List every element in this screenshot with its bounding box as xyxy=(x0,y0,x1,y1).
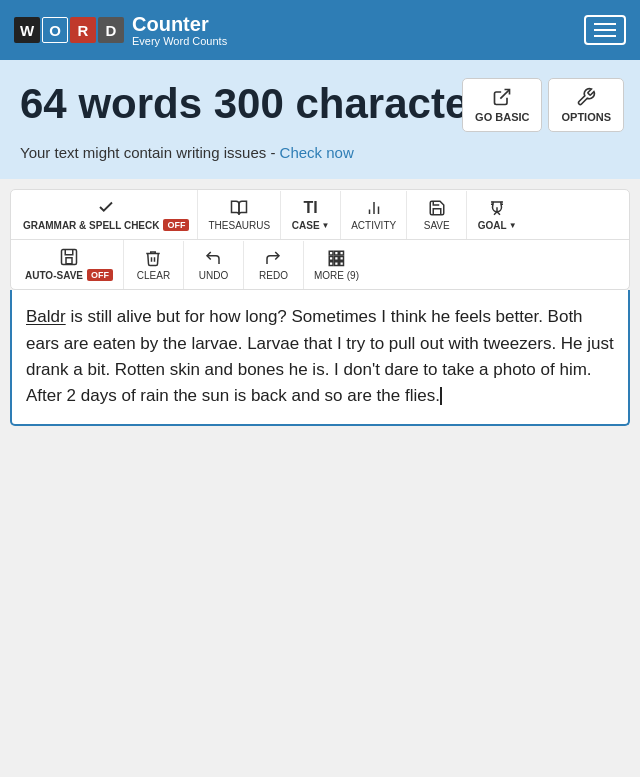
action-buttons: GO BASIC OPTIONS xyxy=(462,78,624,132)
floppy-icon xyxy=(60,248,78,266)
editor-content[interactable]: Baldr is still alive but for how long? S… xyxy=(26,304,614,409)
autosave-label: AUTO-SAVE OFF xyxy=(25,269,113,281)
undo-button[interactable]: UNDO xyxy=(184,241,244,289)
svg-rect-9 xyxy=(330,251,334,255)
svg-rect-15 xyxy=(330,262,334,266)
first-word: Baldr xyxy=(26,307,66,326)
svg-rect-8 xyxy=(66,258,72,264)
svg-line-0 xyxy=(501,90,510,99)
clear-button[interactable]: CLEAR xyxy=(124,241,184,289)
grammar-spell-button[interactable]: GRAMMAR & SPELL CHECK OFF xyxy=(15,190,198,239)
save-button[interactable]: SAVE xyxy=(407,191,467,239)
case-button[interactable]: TI CASE ▼ xyxy=(281,191,341,239)
toolbar-row-2: AUTO-SAVE OFF CLEAR UNDO xyxy=(11,240,629,289)
logo-tile-r: R xyxy=(70,17,96,43)
grammar-label: GRAMMAR & SPELL CHECK OFF xyxy=(23,219,189,231)
menu-button[interactable] xyxy=(584,15,626,45)
book-icon xyxy=(230,199,248,217)
autosave-off-badge: OFF xyxy=(87,269,113,281)
editor-text-body: is still alive but for how long? Sometim… xyxy=(26,307,614,405)
bar-chart-icon xyxy=(365,199,383,217)
trophy-icon xyxy=(488,199,506,217)
thesaurus-label: THESAURUS xyxy=(208,220,270,231)
save-icon xyxy=(428,199,446,217)
more-label: MORE (9) xyxy=(314,270,359,281)
grid-icon xyxy=(327,249,345,267)
activity-label: ACTIVITY xyxy=(351,220,396,231)
logo-tile-w: W xyxy=(14,17,40,43)
hamburger-line-2 xyxy=(594,29,616,31)
goal-button[interactable]: GOAL ▼ xyxy=(467,191,527,239)
goal-arrow-icon: ▼ xyxy=(509,221,517,230)
svg-rect-12 xyxy=(330,256,334,260)
svg-rect-14 xyxy=(340,256,344,260)
undo-icon xyxy=(204,249,222,267)
save-label: SAVE xyxy=(424,220,450,231)
redo-icon xyxy=(264,249,282,267)
more-button[interactable]: MORE (9) xyxy=(304,241,369,289)
toolbar-area: GRAMMAR & SPELL CHECK OFF THESAURUS TI C… xyxy=(10,189,630,290)
external-link-icon xyxy=(492,87,512,107)
check-now-link[interactable]: Check now xyxy=(280,144,354,161)
app-name: Counter xyxy=(132,13,227,35)
writing-issues-text: Your text might contain writing issues -… xyxy=(20,144,620,161)
app-header: W O R D Counter Every Word Counts xyxy=(0,0,640,60)
text-editor-wrapper: Baldr is still alive but for how long? S… xyxy=(10,290,630,425)
options-label: OPTIONS xyxy=(561,111,611,123)
activity-button[interactable]: ACTIVITY xyxy=(341,191,407,239)
trash-icon xyxy=(144,249,162,267)
logo-tile-d: D xyxy=(98,17,124,43)
grammar-off-badge: OFF xyxy=(163,219,189,231)
app-tagline: Every Word Counts xyxy=(132,35,227,47)
issues-static-text: Your text might contain writing issues - xyxy=(20,144,280,161)
check-icon xyxy=(97,198,115,216)
undo-label: UNDO xyxy=(199,270,228,281)
case-label: CASE ▼ xyxy=(292,220,330,231)
stats-area: 64 words 300 characters GO BASIC OPTIONS… xyxy=(0,60,640,179)
svg-rect-16 xyxy=(335,262,339,266)
svg-rect-10 xyxy=(335,251,339,255)
svg-rect-11 xyxy=(340,251,344,255)
logo-area: W O R D Counter Every Word Counts xyxy=(14,13,227,47)
case-ti-icon: TI xyxy=(304,199,318,217)
logo-tiles: W O R D xyxy=(14,17,124,43)
options-button[interactable]: OPTIONS xyxy=(548,78,624,132)
logo-tile-o: O xyxy=(42,17,68,43)
hamburger-line-1 xyxy=(594,23,616,25)
hamburger-line-3 xyxy=(594,35,616,37)
svg-rect-13 xyxy=(335,256,339,260)
logo-text: Counter Every Word Counts xyxy=(132,13,227,47)
svg-rect-17 xyxy=(340,262,344,266)
go-basic-button[interactable]: GO BASIC xyxy=(462,78,542,132)
clear-label: CLEAR xyxy=(137,270,170,281)
text-cursor xyxy=(440,387,442,405)
case-arrow-icon: ▼ xyxy=(322,221,330,230)
wrench-icon xyxy=(576,87,596,107)
autosave-button[interactable]: AUTO-SAVE OFF xyxy=(15,240,124,289)
goal-label: GOAL ▼ xyxy=(478,220,517,231)
go-basic-label: GO BASIC xyxy=(475,111,529,123)
redo-button[interactable]: REDO xyxy=(244,241,304,289)
redo-label: REDO xyxy=(259,270,288,281)
thesaurus-button[interactable]: THESAURUS xyxy=(198,191,281,239)
toolbar-row-1: GRAMMAR & SPELL CHECK OFF THESAURUS TI C… xyxy=(11,190,629,240)
